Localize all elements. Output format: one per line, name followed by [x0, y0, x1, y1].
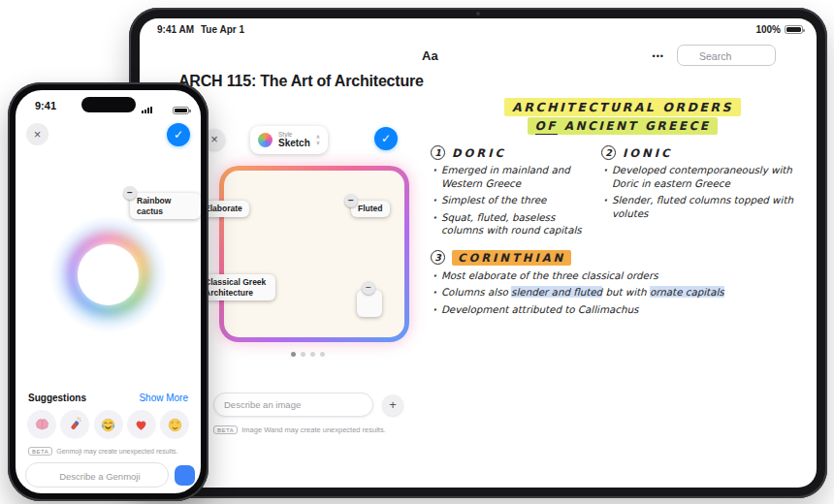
tag-fluted[interactable]: −Fluted [351, 201, 390, 217]
suggestion-brain-emoji[interactable] [27, 410, 56, 439]
iphone-screen: 9:41 × ✓ −Rainbow cactus [16, 90, 201, 493]
describe-genmoji-field[interactable] [25, 462, 169, 488]
notes-heading-line1: ARCHITECTURAL ORDERS [431, 100, 815, 114]
circled-number: 1 [431, 145, 445, 160]
iphone-device: 9:41 × ✓ −Rainbow cactus [8, 82, 208, 501]
suggestion-joy-emoji[interactable] [94, 410, 123, 439]
ipad-device: 9:41 AMTue Apr 1 100% Aa [129, 8, 827, 498]
note-bullet: ·Simplest of the three [433, 194, 593, 207]
note-bullet: ·Slender, fluted columns topped with vol… [603, 194, 815, 220]
section-corinthian: 3CORINTHIAN ·Most elaborate of the three… [431, 250, 815, 317]
search-field[interactable] [677, 45, 776, 66]
suggestion-firecracker-emoji[interactable] [60, 410, 89, 439]
emoji-suggestions [27, 410, 189, 439]
battery-percent: 100% [755, 24, 781, 35]
generated-image[interactable] [219, 166, 409, 342]
image-wand-panel: × Style Sketch ∧∨ ✓ [196, 123, 419, 453]
more-button[interactable]: ••• [652, 48, 665, 62]
genmoji-beta-note: BETA Genmoji may create unexpected resul… [28, 447, 178, 456]
style-selector[interactable]: Style Sketch ∧∨ [250, 126, 328, 154]
beta-badge: BETA [28, 447, 52, 456]
remove-tag-button[interactable]: − [344, 194, 358, 207]
note-bullet: ·Developed contemporaneously with Doric … [603, 164, 815, 190]
marketing-canvas: 9:41 AMTue Apr 1 100% Aa [0, 0, 834, 504]
collapse-toolbar-button[interactable] [159, 47, 177, 65]
chevron-up-down-icon: ∧∨ [316, 135, 320, 145]
battery-icon [785, 25, 803, 34]
iphone-clock: 9:41 [35, 100, 56, 111]
tag-classical-greek-architecture[interactable]: −Classical Greek Architecture [198, 274, 275, 300]
dynamic-island [81, 97, 136, 112]
genmoji-preview [16, 216, 201, 332]
checklist-button[interactable] [456, 47, 474, 65]
iphone-status-icons [142, 101, 189, 118]
note-bullet: ·Development attributed to Callimachus [433, 303, 815, 317]
circled-number: 3 [431, 250, 445, 265]
text-format-button[interactable]: Aa [421, 48, 439, 63]
note-title: ARCH 115: The Art of Architecture [178, 73, 424, 90]
confirm-button[interactable]: ✓ [167, 123, 190, 146]
attachment-button[interactable] [526, 47, 544, 65]
markup-button[interactable] [591, 46, 610, 65]
show-more-link[interactable]: Show More [139, 393, 188, 403]
note-bullet: ·Emerged in mainland and Western Greece [433, 164, 593, 190]
note-bullet: ·Squat, fluted, baseless columns with ro… [433, 211, 593, 237]
section-doric: 1DORIC ·Emerged in mainland and Western … [431, 145, 593, 241]
ipad-screen: 9:41 AMTue Apr 1 100% Aa [140, 18, 817, 488]
describe-genmoji-input[interactable] [59, 471, 159, 482]
ipad-date: Tue Apr 1 [201, 24, 244, 35]
describe-image-field[interactable] [213, 393, 373, 417]
add-button[interactable]: + [382, 394, 403, 416]
beta-badge: BETA [213, 425, 238, 434]
suggestion-star-struck-emoji[interactable] [160, 410, 189, 439]
suggestions-label: Suggestions [28, 393, 86, 403]
section-ionic: 2IONIC ·Developed contemporaneously with… [593, 145, 815, 241]
circled-number: 2 [601, 145, 616, 160]
style-value: Sketch [278, 139, 310, 149]
front-camera [476, 12, 480, 16]
confirm-button[interactable]: ✓ [374, 127, 398, 150]
memoji-button[interactable] [175, 465, 195, 486]
remove-tag-button[interactable]: − [123, 186, 137, 200]
remove-tag-button[interactable]: − [362, 281, 375, 295]
battery-icon [173, 107, 189, 114]
note-bullet: ·Columns also slender and fluted but wit… [433, 286, 815, 299]
compose-button[interactable] [192, 47, 210, 65]
dictation-button[interactable] [787, 47, 805, 64]
page-dots[interactable] [196, 352, 419, 357]
notes-toolbar: Aa ••• [140, 44, 817, 71]
close-button[interactable]: × [26, 123, 48, 145]
table-button[interactable] [491, 47, 509, 65]
style-icon [258, 133, 273, 147]
suggestion-heart-emoji[interactable] [127, 410, 156, 439]
ipad-clock: 9:41 AM [157, 24, 194, 35]
ipad-status-bar: 9:41 AMTue Apr 1 100% [157, 24, 803, 35]
share-button[interactable] [622, 47, 640, 65]
redo-button[interactable] [258, 47, 276, 65]
search-input[interactable] [699, 50, 767, 62]
undo-button[interactable] [225, 47, 243, 65]
style-thumbnail-chip[interactable]: − [357, 290, 382, 317]
note-bullet: ·Most elaborate of the three classical o… [433, 269, 815, 283]
cellular-signal-icon [142, 106, 152, 113]
image-wand-beta-note: BETA Image Wand may create unexpected re… [213, 425, 386, 434]
handwritten-notes: ARCHITECTURAL ORDERS OF ANCIENT GREECE 1… [431, 100, 815, 321]
describe-image-input[interactable] [224, 399, 363, 410]
notes-heading-line2: OF ANCIENT GREECE [431, 119, 815, 133]
